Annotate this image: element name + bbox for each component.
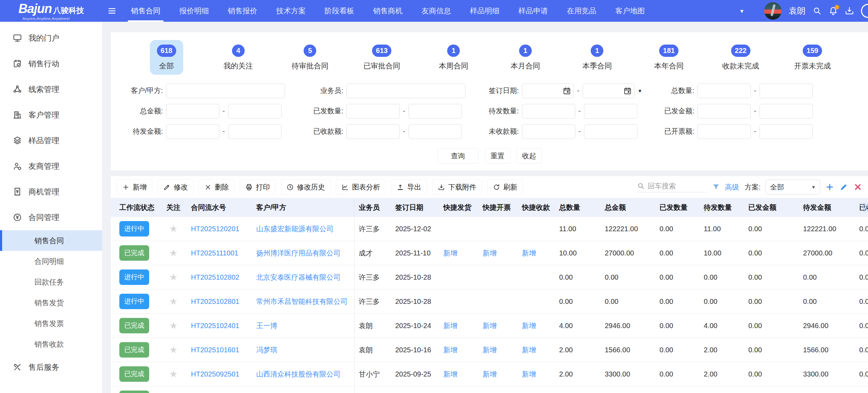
table-row[interactable]: 已完成★HT2025111001扬州博洋医疗用品有限公司成才2025-11-10…: [111, 241, 868, 265]
quick-add-link[interactable]: 新增: [483, 370, 497, 378]
quick-add-link[interactable]: 新增: [443, 322, 457, 329]
filter-input[interactable]: [409, 104, 462, 119]
menu-hamburger-icon[interactable]: [102, 0, 121, 22]
customer-link[interactable]: 冯梦琪: [256, 346, 277, 354]
nav-item[interactable]: 样品申请: [509, 0, 557, 22]
toolbar-button[interactable]: 刷新: [487, 179, 523, 195]
search-input[interactable]: [648, 182, 704, 190]
nav-item[interactable]: 样品明细: [460, 0, 509, 22]
nav-item[interactable]: 友商信息: [412, 0, 460, 22]
filter-input[interactable]: [166, 84, 285, 98]
filter-input[interactable]: [522, 104, 575, 119]
contract-serial-link[interactable]: HT2025111001: [191, 249, 238, 257]
table-row[interactable]: 进行中★HT2025120201山东盛宏新能源有限公司许三多2025-12-02…: [111, 217, 868, 241]
bell-icon[interactable]: [829, 6, 838, 15]
calendar-icon[interactable]: [623, 87, 632, 95]
quick-add-link[interactable]: 新增: [443, 370, 457, 378]
sidebar-subitem[interactable]: 销售发货: [0, 292, 102, 313]
contract-serial-link[interactable]: HT2025102401: [191, 322, 239, 329]
nav-item[interactable]: 销售合同: [121, 0, 170, 22]
sidebar-item[interactable]: 客户管理: [0, 102, 102, 128]
table-row[interactable]: 已完成★HT2025091901陕西能源电力运营有限公司小帅2025-09-19…: [111, 386, 868, 393]
filter-input[interactable]: [697, 104, 751, 119]
customer-link[interactable]: 山东盛宏新能源有限公司: [256, 225, 333, 233]
stat-tab[interactable]: 4我的关注: [217, 40, 260, 75]
toolbar-button[interactable]: 删除: [199, 179, 234, 195]
filter-input[interactable]: [760, 104, 813, 119]
toolbar-button[interactable]: 打印: [240, 179, 276, 195]
quick-add-link[interactable]: 新增: [443, 249, 457, 257]
stat-tab[interactable]: 159开票未完成: [787, 40, 838, 75]
star-icon[interactable]: ★: [169, 369, 178, 379]
contract-serial-link[interactable]: HT2025101601: [191, 346, 239, 354]
star-icon[interactable]: ★: [169, 296, 178, 307]
sidebar-subitem[interactable]: 销售收款: [0, 334, 102, 354]
sidebar-item[interactable]: 样品管理: [0, 128, 102, 153]
star-icon[interactable]: ★: [169, 345, 178, 355]
filter-input[interactable]: [228, 124, 281, 139]
toolbar-button[interactable]: 导出: [391, 179, 427, 195]
stat-tab[interactable]: 1本季合同: [575, 40, 619, 75]
toolbar-button[interactable]: 修改: [158, 179, 193, 195]
sidebar-item[interactable]: 我的门户: [0, 25, 102, 51]
advanced-filter-link[interactable]: 高级: [725, 182, 739, 192]
date-mode-caret-icon[interactable]: ▼: [637, 88, 642, 94]
sidebar-item[interactable]: 合同管理: [0, 205, 102, 230]
filter-input[interactable]: [346, 104, 400, 119]
nav-item[interactable]: 技术方案: [267, 0, 315, 22]
sidebar-item[interactable]: 友商管理: [0, 153, 102, 179]
sidebar-item[interactable]: 线索管理: [0, 76, 102, 102]
sidebar-item[interactable]: 售后服务: [0, 354, 102, 380]
table-row[interactable]: 进行中★HT2025102801常州市禾昌智能科技有限公司许三多2025-10-…: [111, 289, 868, 314]
nav-item[interactable]: 销售商机: [364, 0, 412, 22]
user-avatar[interactable]: [764, 2, 782, 20]
collapse-button[interactable]: 收起: [517, 148, 542, 164]
sidebar-item[interactable]: 商机管理: [0, 179, 102, 205]
filter-input[interactable]: [346, 124, 400, 139]
nav-item[interactable]: 在用竞品: [557, 0, 606, 22]
download-tray-icon[interactable]: [845, 6, 854, 15]
delete-scheme-icon[interactable]: [853, 182, 862, 192]
contract-serial-link[interactable]: HT2025102801: [191, 298, 239, 305]
customer-link[interactable]: 扬州博洋医疗用品有限公司: [256, 249, 340, 257]
stat-tab[interactable]: 613已审批合同: [356, 40, 407, 75]
filter-input[interactable]: [697, 124, 751, 139]
quick-add-link[interactable]: 新增: [522, 370, 536, 378]
nav-item[interactable]: 报价明细: [170, 0, 218, 22]
quick-add-link[interactable]: 新增: [522, 249, 536, 257]
filter-input[interactable]: [760, 84, 813, 98]
add-scheme-icon[interactable]: [825, 182, 834, 192]
toolbar-button[interactable]: 图表分析: [336, 179, 386, 195]
nav-item[interactable]: 客户地图: [606, 0, 654, 22]
table-row[interactable]: 已完成★HT2025101601冯梦琪袁朗2025-10-16新增新增新增2.0…: [111, 338, 868, 362]
quick-add-link[interactable]: 新增: [483, 249, 497, 257]
column-settings-gear-icon[interactable]: [860, 202, 868, 212]
filter-input[interactable]: [584, 104, 637, 119]
filter-input[interactable]: [228, 104, 281, 119]
sidebar-subitem[interactable]: 合同明细: [0, 251, 102, 272]
stat-tab[interactable]: 222收款未完成: [715, 40, 766, 75]
filter-input[interactable]: [409, 124, 462, 139]
sidebar-subitem[interactable]: 销售合同: [0, 230, 102, 251]
table-row[interactable]: 已完成★HT2025102401王一博袁朗2025-10-24新增新增新增4.0…: [111, 314, 868, 338]
filter-input[interactable]: [522, 124, 575, 139]
sidebar-subitem[interactable]: 销售发票: [0, 313, 102, 334]
nav-item[interactable]: 阶段看板: [315, 0, 364, 22]
quick-add-link[interactable]: 新增: [483, 322, 497, 329]
sidebar-subitem[interactable]: 回款任务: [0, 272, 102, 292]
stat-tab[interactable]: 1本周合同: [432, 40, 475, 75]
edit-scheme-icon[interactable]: [839, 182, 848, 192]
customer-link[interactable]: 山西清众科技股份有限公司: [256, 370, 340, 378]
customer-link[interactable]: 王一博: [256, 322, 277, 329]
filter-input[interactable]: [346, 84, 465, 98]
scheme-select[interactable]: 全部 ▼: [766, 180, 820, 194]
nav-overflow-caret-icon[interactable]: ▼: [739, 8, 744, 14]
stat-tab[interactable]: 618全部: [150, 40, 183, 75]
contract-serial-link[interactable]: HT2025120201: [191, 225, 239, 233]
quick-add-link[interactable]: 新增: [522, 322, 536, 329]
query-button[interactable]: 查询: [437, 148, 479, 164]
toolbar-button[interactable]: 下载附件: [432, 179, 482, 195]
star-icon[interactable]: ★: [169, 320, 178, 331]
stat-tab[interactable]: 1本月合同: [504, 40, 547, 75]
toolbar-button[interactable]: 修改历史: [281, 179, 331, 195]
